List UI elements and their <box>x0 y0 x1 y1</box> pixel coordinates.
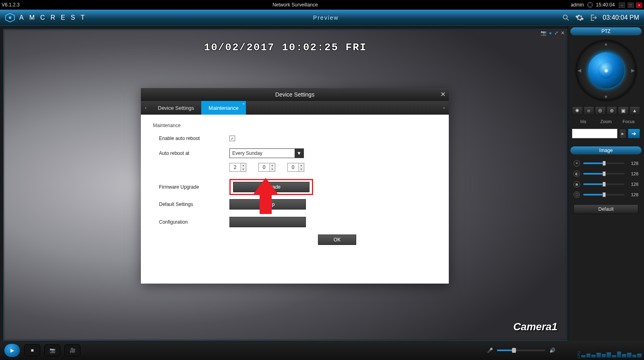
focus-label: Focus <box>617 119 640 124</box>
upgrade-highlight-box: Upgrade <box>229 179 313 195</box>
main-area: 📷 ● ⤢ ✕ 10/02/2017 10:02:25 FRI Camera1 … <box>0 26 644 341</box>
focus-near-button[interactable]: ▣ <box>618 106 629 115</box>
gamma-slider[interactable] <box>583 194 625 195</box>
second-value: 0 <box>288 165 298 170</box>
volume-control: 🎤 🔊 <box>487 348 555 353</box>
window-title: Network Surveillance <box>20 2 571 8</box>
contrast-icon: ◐ <box>574 171 580 177</box>
hour-value: 2 <box>230 165 240 170</box>
brightness-slider[interactable] <box>583 163 625 164</box>
iris-open-button[interactable]: ✺ <box>572 106 583 115</box>
mic-icon[interactable]: 🎤 <box>487 348 493 353</box>
preset-step-button[interactable]: ▸ <box>619 129 626 138</box>
gamma-row: ⓘ 128 <box>574 191 638 198</box>
maximize-button[interactable]: □ <box>627 2 634 8</box>
stop-button[interactable]: ■ <box>24 344 40 356</box>
configuration-button[interactable] <box>229 217 306 227</box>
search-icon[interactable] <box>561 13 570 22</box>
window-buttons: – □ × <box>618 2 642 8</box>
saturation-slider[interactable] <box>583 183 625 185</box>
ptz-center-icon[interactable]: ◉ <box>598 62 614 78</box>
minute-spinner[interactable]: 0▲▼ <box>258 163 275 172</box>
ok-button[interactable]: OK <box>318 235 356 245</box>
default-settings-label: Default Settings <box>159 202 229 207</box>
brand: AMCREST <box>5 12 90 23</box>
video-toolbar: 📷 ● ⤢ ✕ <box>541 30 565 36</box>
contrast-row: ◐ 128 <box>574 171 638 177</box>
dialog-close-button[interactable]: ✕ <box>440 91 446 98</box>
zoom-in-button[interactable]: ⊕ <box>607 106 617 115</box>
zoom-icon[interactable]: ⤢ <box>554 30 558 36</box>
tab-device-settings[interactable]: Device Settings <box>151 101 201 115</box>
svg-line-3 <box>567 19 569 20</box>
ptz-down-icon[interactable]: ▼ <box>604 94 609 100</box>
tab-maintenance[interactable]: Maintenance × <box>201 101 246 115</box>
device-settings-dialog: Device Settings ✕ ‹ Device Settings Main… <box>141 88 449 284</box>
zoom-out-button[interactable]: ⊖ <box>595 106 606 115</box>
ptz-up-icon[interactable]: ▲ <box>604 41 609 47</box>
bottom-bar: ▶ ■ 📷 🎥 🎤 🔊 CPU <box>0 341 644 360</box>
hour-spinner[interactable]: 2▲▼ <box>229 163 246 172</box>
tab-maintenance-close-icon[interactable]: × <box>243 102 245 106</box>
gamma-icon: ⓘ <box>574 191 580 198</box>
ptz-button-grid: ✺ ⌾ ⊖ ⊕ ▣ ▲ <box>572 106 640 115</box>
brightness-value: 128 <box>628 161 638 166</box>
enable-auto-reboot-label: Enable auto reboot <box>159 136 229 141</box>
side-panel: PTZ ◉ ▲ ▼ ▶ ◀ ✺ ⌾ ⊖ ⊕ ▣ ▲ Iris Zoom Focu… <box>568 26 644 341</box>
auto-reboot-schedule-value: Every Sunday <box>230 150 295 156</box>
ptz-panel-header: PTZ <box>570 27 642 35</box>
record-button[interactable]: 🎥 <box>64 344 80 356</box>
brand-text: AMCREST <box>19 14 90 21</box>
speaker-icon[interactable]: 🔊 <box>549 348 555 353</box>
app-version: V6.1.2.3 <box>2 2 20 8</box>
globe-icon[interactable] <box>587 2 593 8</box>
auto-reboot-schedule-select[interactable]: Every Sunday ▼ <box>229 148 304 158</box>
brightness-icon: ☀ <box>574 160 580 167</box>
close-view-icon[interactable]: ✕ <box>561 30 565 36</box>
ptz-left-icon[interactable]: ◀ <box>578 68 581 73</box>
auto-reboot-at-label: Auto reboot at <box>159 150 229 156</box>
time-spinners: 2▲▼ 0▲▼ 0▲▼ <box>229 163 304 172</box>
dialog-tabs: ‹ Device Settings Maintenance × › <box>141 101 449 115</box>
configuration-label: Configuration <box>159 219 229 225</box>
close-button[interactable]: × <box>636 2 642 8</box>
snapshot-icon[interactable]: 📷 <box>541 30 547 36</box>
record-dot-icon[interactable]: ● <box>549 30 552 36</box>
focus-far-button[interactable]: ▲ <box>630 106 640 115</box>
osd-timestamp: 10/02/2017 10:02:25 FRI <box>4 41 567 53</box>
image-panel-header: Image <box>570 146 642 154</box>
preset-go-button[interactable]: ➔ <box>628 129 640 138</box>
svg-point-2 <box>564 15 568 19</box>
ptz-control-wheel[interactable]: ◉ ▲ ▼ ▶ ◀ <box>576 40 636 101</box>
osd-camera-label: Camera1 <box>513 321 557 333</box>
iris-close-button[interactable]: ⌾ <box>584 106 594 115</box>
snapshot-button[interactable]: 📷 <box>44 344 60 356</box>
gear-icon[interactable] <box>575 13 584 22</box>
ptz-button-labels: Iris Zoom Focus <box>572 119 640 124</box>
image-sliders: ☀ 128 ◐ 128 ◉ 128 ⓘ 128 <box>574 160 638 198</box>
tabs-next-button[interactable]: › <box>439 101 449 115</box>
default-settings-button[interactable]: Set up <box>229 199 306 210</box>
tabs-prev-button[interactable]: ‹ <box>141 101 151 115</box>
contrast-slider[interactable] <box>583 173 625 175</box>
chevron-down-icon: ▼ <box>295 149 303 158</box>
minimize-button[interactable]: – <box>619 2 625 8</box>
second-spinner[interactable]: 0▲▼ <box>287 163 304 172</box>
minute-value: 0 <box>259 165 269 170</box>
volume-slider[interactable] <box>497 350 545 351</box>
preset-input[interactable] <box>572 129 617 138</box>
saturation-row: ◉ 128 <box>574 181 638 187</box>
upgrade-button[interactable]: Upgrade <box>233 182 310 192</box>
dialog-body: Maintenance Enable auto reboot ✓ Auto re… <box>141 115 449 284</box>
saturation-icon: ◉ <box>574 181 580 187</box>
saturation-value: 128 <box>628 182 638 187</box>
ptz-right-icon[interactable]: ▶ <box>631 68 635 73</box>
tab-maintenance-label: Maintenance <box>208 105 238 111</box>
image-default-button[interactable]: Default <box>574 204 638 214</box>
logout-icon[interactable] <box>589 13 598 22</box>
enable-auto-reboot-checkbox[interactable]: ✓ <box>229 136 235 141</box>
svg-point-1 <box>9 16 12 19</box>
maintenance-section-title: Maintenance <box>153 123 437 128</box>
play-button[interactable]: ▶ <box>4 344 20 357</box>
header-section-label[interactable]: Preview <box>90 14 561 21</box>
